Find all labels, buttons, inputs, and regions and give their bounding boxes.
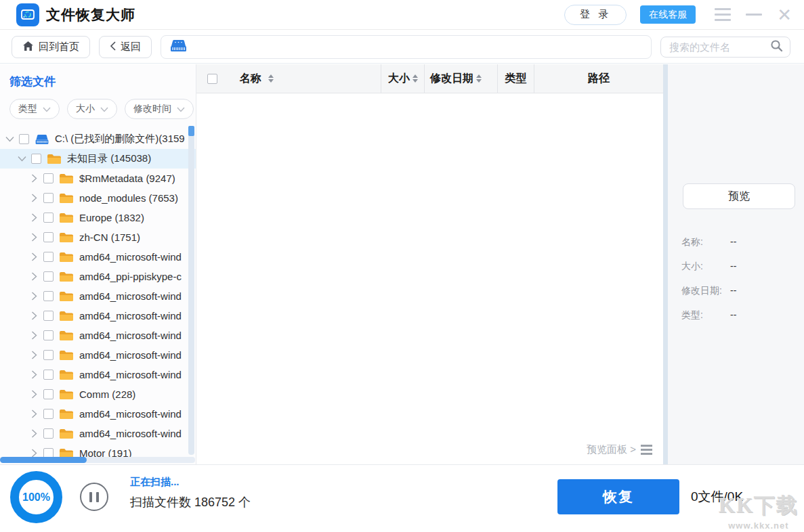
tree-row[interactable]: amd64_ppi-ppiskype-c xyxy=(0,267,196,286)
folder-icon xyxy=(59,212,74,224)
selected-summary: 0文件/0K xyxy=(691,488,743,506)
tree-chevron-icon[interactable] xyxy=(30,292,38,301)
menu-icon[interactable] xyxy=(715,8,731,21)
tree-checkbox[interactable] xyxy=(19,134,29,144)
tree-checkbox[interactable] xyxy=(43,350,54,360)
toolbar: 回到首页 返回 xyxy=(0,30,804,64)
tree-row-label: amd64_microsoft-wind xyxy=(79,290,182,302)
home-button[interactable]: 回到首页 xyxy=(12,36,90,58)
table-header: 名称 大小 修改日期 类型 路径 xyxy=(196,64,663,93)
tree-chevron-icon[interactable] xyxy=(30,391,38,399)
back-button-label: 返回 xyxy=(121,41,141,53)
tree-row-label: amd64_microsoft-wind xyxy=(79,369,182,380)
pause-button[interactable] xyxy=(80,483,108,511)
home-icon xyxy=(22,41,34,53)
tree-checkbox[interactable] xyxy=(43,271,54,282)
tree-chevron-icon[interactable] xyxy=(30,253,38,261)
tree-chevron-icon[interactable] xyxy=(30,351,38,359)
tree-checkbox[interactable] xyxy=(43,232,54,242)
tree-chevron-icon[interactable] xyxy=(30,234,38,242)
folder-icon xyxy=(59,310,74,322)
tree-chevron-icon[interactable] xyxy=(30,430,38,438)
sort-size-icon[interactable] xyxy=(412,74,418,83)
tree-checkbox[interactable] xyxy=(43,252,54,262)
tree-row-label: C:\ (已找到的删除文件)(3159 xyxy=(55,133,185,146)
tree-row[interactable]: amd64_microsoft-wind xyxy=(0,404,196,424)
tree-checkbox[interactable] xyxy=(43,389,54,399)
tree-row[interactable]: node_modules (7653) xyxy=(0,188,196,208)
tree-row[interactable]: Comm (228) xyxy=(0,384,196,404)
tree-row[interactable]: amd64_microsoft-wind xyxy=(0,345,196,365)
search-icon[interactable] xyxy=(770,39,783,55)
tree-chevron-icon[interactable] xyxy=(30,175,38,183)
tree-row[interactable]: amd64_microsoft-wind xyxy=(0,306,196,326)
tree-checkbox[interactable] xyxy=(31,154,41,164)
tree-row-label: $RmMetadata (9247) xyxy=(79,173,175,184)
tree-row[interactable]: 未知目录 (145038) xyxy=(0,149,196,169)
tree-chevron-icon[interactable] xyxy=(5,135,14,143)
tree-chevron-icon[interactable] xyxy=(30,273,38,281)
tree-row-label: amd64_microsoft-wind xyxy=(79,330,182,341)
filter-mtime-dropdown[interactable]: 修改时间 xyxy=(125,99,194,119)
online-support-button[interactable]: 在线客服 xyxy=(640,5,696,24)
tree-row-label: amd64_microsoft-wind xyxy=(79,428,182,439)
tree-chevron-icon[interactable] xyxy=(30,312,38,320)
tree-chevron-icon[interactable] xyxy=(18,155,26,163)
field-size-label: 大小: xyxy=(681,261,730,273)
filter-row: 类型 大小 修改时间 xyxy=(9,99,196,119)
login-button[interactable]: 登 录 xyxy=(564,5,627,25)
tree-chevron-icon[interactable] xyxy=(30,410,38,418)
tree-row[interactable]: amd64_microsoft-wind xyxy=(0,326,196,345)
search-input[interactable] xyxy=(669,41,770,53)
column-header-name: 名称 xyxy=(240,72,261,86)
tree-checkbox[interactable] xyxy=(43,291,54,301)
tree-checkbox[interactable] xyxy=(43,193,54,203)
sort-name-icon[interactable] xyxy=(268,74,274,83)
filter-type-dropdown[interactable]: 类型 xyxy=(9,99,60,119)
tree-row[interactable]: amd64_microsoft-wind xyxy=(0,247,196,267)
tree-horizontal-scrollbar[interactable] xyxy=(0,457,195,463)
field-date-value: -- xyxy=(730,285,736,297)
select-all-checkbox[interactable] xyxy=(207,74,217,84)
scan-progress-ring: 100% xyxy=(10,471,62,523)
path-bar[interactable] xyxy=(161,35,652,59)
preview-panel-toggle[interactable]: 预览面板 > xyxy=(587,443,652,456)
tree-chevron-icon[interactable] xyxy=(30,214,38,222)
tree-checkbox[interactable] xyxy=(43,311,54,321)
tree-vertical-scrollbar[interactable] xyxy=(188,126,194,455)
main-vertical-scrollbar[interactable] xyxy=(663,64,668,464)
file-detail-fields: 名称: -- 大小: -- 修改日期: -- 类型: -- xyxy=(681,236,736,322)
tree-row[interactable]: C:\ (已找到的删除文件)(3159 xyxy=(0,129,196,149)
field-type-value: -- xyxy=(730,309,736,322)
tree-row[interactable]: amd64_microsoft-wind xyxy=(0,424,196,443)
minimize-icon[interactable] xyxy=(746,14,762,16)
tree-checkbox[interactable] xyxy=(43,370,54,380)
close-icon[interactable]: ✕ xyxy=(777,7,792,22)
column-header-path: 路径 xyxy=(588,72,610,86)
tree-row[interactable]: zh-CN (1751) xyxy=(0,227,196,247)
recover-button[interactable]: 恢复 xyxy=(557,479,679,514)
tree-row[interactable]: Europe (1832) xyxy=(0,208,196,227)
tree-chevron-icon[interactable] xyxy=(30,332,38,340)
sort-date-icon[interactable] xyxy=(476,74,482,83)
tree-checkbox[interactable] xyxy=(43,428,54,439)
sidebar: 筛选文件 类型 大小 修改时间 xyxy=(0,64,196,464)
tree-checkbox[interactable] xyxy=(43,409,54,419)
tree-checkbox[interactable] xyxy=(43,330,54,340)
tree-chevron-icon[interactable] xyxy=(30,449,38,458)
tree-checkbox[interactable] xyxy=(43,213,54,223)
tree-chevron-icon[interactable] xyxy=(30,194,38,202)
preview-button[interactable]: 预览 xyxy=(683,183,795,209)
tree-horizontal-scrollbar-thumb[interactable] xyxy=(0,457,87,463)
tree-row[interactable]: amd64_microsoft-wind xyxy=(0,365,196,384)
tree-row[interactable]: amd64_microsoft-wind xyxy=(0,286,196,306)
back-button[interactable]: 返回 xyxy=(99,36,152,58)
column-header-size: 大小 xyxy=(388,72,410,86)
tree-chevron-icon[interactable] xyxy=(30,371,38,379)
filter-size-dropdown[interactable]: 大小 xyxy=(67,99,117,119)
tree-checkbox[interactable] xyxy=(43,173,54,183)
scan-progress-value: 100% xyxy=(22,491,50,504)
tree-row[interactable]: $RmMetadata (9247) xyxy=(0,169,196,188)
tree-row-label: amd64_microsoft-wind xyxy=(79,310,182,322)
tree-vertical-scrollbar-thumb[interactable] xyxy=(188,126,194,136)
